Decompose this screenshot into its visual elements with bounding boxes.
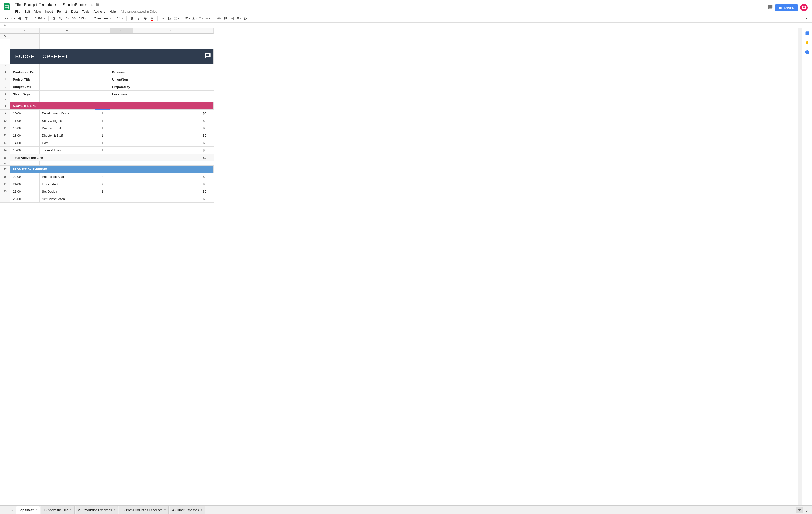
row-header-4[interactable]: 4 [0, 76, 10, 83]
line-page[interactable]: 1 [95, 139, 110, 146]
col-header-A[interactable]: A [10, 28, 39, 34]
link-icon[interactable] [216, 15, 222, 22]
row-header-7[interactable]: 7 [0, 98, 10, 102]
line-page[interactable]: 1 [95, 146, 110, 154]
row-header-15[interactable]: 15 [0, 154, 10, 161]
line-page[interactable]: 1 [95, 110, 110, 117]
info-label[interactable]: Union/Non [110, 76, 133, 83]
col-header-B[interactable]: B [39, 28, 95, 34]
col-header-C[interactable]: C [95, 28, 110, 34]
info-label[interactable]: Budget Date [10, 83, 39, 90]
info-label[interactable]: Locations [110, 90, 133, 98]
insert-chart-icon[interactable] [229, 15, 235, 22]
currency-icon[interactable]: $ [51, 15, 57, 22]
filter-icon[interactable]: ▼ [236, 15, 242, 22]
line-code[interactable]: 14-00 [10, 139, 39, 146]
star-icon[interactable]: ☆ [90, 3, 93, 7]
formula-input[interactable] [10, 23, 812, 28]
row-header-20[interactable]: 20 [0, 188, 10, 195]
undo-icon[interactable] [3, 15, 9, 22]
menu-view[interactable]: View [32, 9, 42, 14]
line-amount[interactable]: $0 [133, 173, 209, 181]
merge-cells-icon[interactable]: ▼ [173, 15, 180, 22]
sheets-logo[interactable] [2, 2, 11, 11]
text-wrap-icon[interactable]: ▼ [198, 15, 204, 22]
line-name[interactable]: Producer Unit [39, 125, 95, 132]
doc-title[interactable]: FIlm Budget Template — StudioBinder [13, 2, 88, 8]
zoom-select[interactable]: 100%▼ [34, 16, 47, 21]
info-label[interactable]: Producers [110, 69, 133, 76]
line-name[interactable]: Development Costs [39, 110, 95, 117]
line-code[interactable]: 10-00 [10, 110, 39, 117]
save-status[interactable]: All changes saved in Drive [121, 10, 157, 13]
info-label[interactable]: Prepared by [110, 83, 133, 90]
section-production[interactable]: PRODUCTION EXPENSES [10, 166, 214, 173]
row-header-17[interactable]: 17 [0, 166, 10, 173]
menu-format[interactable]: Format [55, 9, 69, 14]
info-label[interactable]: Production Co. [10, 69, 39, 76]
row-header-21[interactable]: 21 [0, 195, 10, 202]
calendar-icon[interactable]: 31 [805, 31, 810, 35]
row-header-13[interactable]: 13 [0, 139, 10, 146]
line-code[interactable]: 15-00 [10, 146, 39, 154]
sheet-tab[interactable]: 3 - Post-Production Expenses▼ [119, 506, 169, 514]
line-name[interactable]: Production Staff [39, 173, 95, 181]
print-icon[interactable] [17, 15, 23, 22]
line-amount[interactable]: $0 [133, 110, 209, 117]
percent-icon[interactable]: % [58, 15, 64, 22]
tab-nav-right-icon[interactable]: ❯ [804, 508, 810, 512]
line-page[interactable]: 2 [95, 188, 110, 195]
row-header-8[interactable]: 8 [0, 102, 10, 110]
select-all-corner[interactable] [0, 28, 10, 34]
increase-decimal-icon[interactable]: .00→ [71, 15, 77, 22]
col-header-E[interactable]: E [133, 28, 209, 34]
paint-format-icon[interactable] [23, 15, 30, 22]
vertical-scrollbar[interactable] [798, 28, 802, 506]
line-code[interactable]: 20-00 [10, 173, 39, 181]
h-align-icon[interactable]: ▼ [185, 15, 191, 22]
menu-insert[interactable]: Insert [43, 9, 55, 14]
line-name[interactable]: Story & Rights [39, 117, 95, 125]
sheet-tab[interactable]: Top Sheet▼ [16, 506, 40, 514]
info-label[interactable]: Shoot Days [10, 90, 39, 98]
font-select[interactable]: Open Sans▼ [92, 16, 113, 21]
folder-icon[interactable] [95, 2, 99, 8]
menu-tools[interactable]: Tools [80, 9, 91, 14]
italic-icon[interactable]: I [136, 15, 142, 22]
row-header-1[interactable]: 1 [10, 34, 39, 49]
line-amount[interactable]: $0 [133, 195, 209, 202]
row-header-10[interactable]: 10 [0, 117, 10, 125]
row-header-6[interactable]: 6 [0, 90, 10, 98]
explore-icon[interactable] [796, 507, 803, 513]
line-name[interactable]: Cast [39, 139, 95, 146]
line-name[interactable]: Set Construction [39, 195, 95, 202]
row-header-5[interactable]: 5 [0, 83, 10, 90]
total-amount[interactable]: $0 [133, 154, 209, 161]
line-page[interactable]: 2 [95, 173, 110, 181]
line-code[interactable]: 23-00 [10, 195, 39, 202]
menu-file[interactable]: File [13, 9, 22, 14]
line-name[interactable]: Travel & Living [39, 146, 95, 154]
row-header-18[interactable]: 18 [0, 173, 10, 181]
redo-icon[interactable] [10, 15, 16, 22]
line-code[interactable]: 11-00 [10, 117, 39, 125]
line-amount[interactable]: $0 [133, 188, 209, 195]
line-code[interactable]: 12-00 [10, 125, 39, 132]
format-123-select[interactable]: 123▼ [78, 16, 88, 21]
borders-icon[interactable] [167, 15, 173, 22]
info-label[interactable]: Project Title [10, 76, 39, 83]
line-page[interactable]: 1 [95, 117, 110, 125]
keep-icon[interactable] [805, 40, 810, 45]
text-rotation-icon[interactable]: ▼ [205, 15, 211, 22]
sheet-tab[interactable]: 4 - Other Expenses▼ [170, 506, 205, 514]
insert-comment-icon[interactable] [223, 15, 229, 22]
decrease-decimal-icon[interactable]: .0← [64, 15, 70, 22]
row-header-11[interactable]: 11 [0, 125, 10, 132]
row-header-2[interactable]: 2 [0, 64, 10, 69]
topsheet-title[interactable]: BUDGET TOPSHEET [10, 49, 214, 64]
line-amount[interactable]: $0 [133, 132, 209, 139]
menu-add-ons[interactable]: Add-ons [92, 9, 107, 14]
comments-icon[interactable] [768, 4, 773, 11]
bold-icon[interactable]: B [129, 15, 135, 22]
collapse-toolbar-icon[interactable] [804, 15, 810, 22]
